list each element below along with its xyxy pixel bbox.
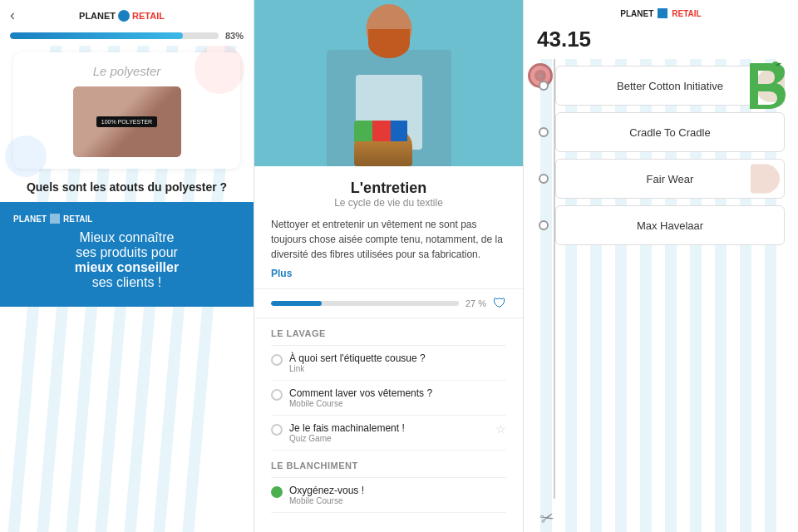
radio-oxygene[interactable]: [271, 486, 283, 498]
plus-link[interactable]: Plus: [271, 268, 292, 279]
shield-icon: 🛡: [493, 296, 506, 311]
blue-logo-retail: RETAIL: [63, 214, 92, 224]
item-type: Link: [289, 364, 506, 373]
section-lavage: LE LAVAGE: [271, 318, 506, 346]
logo-planet-text: PLANET: [79, 11, 116, 21]
course-info: L'entretien Le cycle de vie du textile N…: [254, 166, 523, 288]
tagline: Mieux connaître ses produits pour mieux …: [13, 230, 240, 290]
item-title: Je le fais machinalement !: [289, 422, 489, 434]
card-row: Fair Wear: [539, 159, 785, 199]
card-fair-wear[interactable]: Fair Wear: [555, 159, 785, 199]
timeline-dot: [539, 174, 549, 184]
p3-logo-retail: RETAIL: [672, 9, 701, 18]
item-laver: Comment laver vos vêtements ? Mobile Cou…: [289, 387, 506, 408]
blue-promo-section: PLANET RETAIL Mieux connaître ses produi…: [0, 202, 254, 307]
green-b-logo: [740, 59, 786, 116]
panel3-header: PLANET RETAIL: [524, 0, 798, 23]
item-oxygene: Oxygénez-vous ! Mobile Course: [289, 485, 506, 505]
course-content-scroll[interactable]: LE LAVAGE À quoi sert l'étiquette cousue…: [254, 318, 523, 532]
blue-section-logo: PLANET RETAIL: [13, 214, 240, 224]
radio-laver[interactable]: [271, 389, 283, 401]
panel3-content: Better Cotton Initiative Cradle To Cradl…: [524, 59, 798, 532]
radio-machinalement[interactable]: [271, 424, 283, 436]
polyester-question: Quels sont les atouts du polyester ?: [0, 169, 254, 202]
card-label: Cradle To Cradle: [629, 126, 710, 139]
card-row: Max Havelaar: [539, 205, 785, 245]
panel1-logo: PLANET RETAIL: [79, 10, 165, 22]
timeline-dot: [539, 127, 549, 137]
item-title: Oxygénez-vous !: [289, 485, 506, 496]
card-cradle[interactable]: Cradle To Cradle: [555, 112, 785, 152]
course-title: L'entretien: [271, 180, 506, 197]
score-display: 43.15: [524, 23, 798, 59]
item-title: À quoi sert l'étiquette cousue ?: [289, 352, 506, 364]
panel-1: ‹ PLANET RETAIL 83%: [0, 0, 254, 532]
list-item[interactable]: Je le fais machinalement ! Quiz Game ☆: [271, 416, 506, 451]
course-progress-row: 27 % 🛡: [254, 288, 523, 318]
course-progress-bar: [271, 301, 459, 306]
panel-3: PLANET RETAIL 43.15: [524, 0, 798, 532]
course-progress-fill: [271, 301, 322, 306]
timeline-dot: [539, 81, 549, 91]
progress-bar: [10, 32, 219, 39]
item-etiquette: À quoi sert l'étiquette cousue ? Link: [289, 352, 506, 373]
panel1-header: ‹ PLANET RETAIL: [0, 0, 254, 27]
blue-logo-planet: PLANET: [13, 214, 47, 224]
star-icon[interactable]: ☆: [495, 422, 506, 436]
hero-image: [254, 0, 523, 166]
course-subtitle: Le cycle de vie du textile: [271, 197, 506, 209]
item-title: Comment laver vos vêtements ?: [289, 387, 506, 399]
back-icon[interactable]: ‹: [10, 7, 15, 24]
tagline-line4: ses clients !: [13, 275, 240, 290]
timeline-dot: [539, 220, 549, 230]
list-item[interactable]: À quoi sert l'étiquette cousue ? Link: [271, 346, 506, 381]
panel-2: L'entretien Le cycle de vie du textile N…: [254, 0, 524, 532]
tagline-line2: ses produits pour: [13, 245, 240, 260]
course-progress-label: 27 %: [466, 298, 486, 308]
list-item[interactable]: Oxygénez-vous ! Mobile Course: [271, 478, 506, 513]
card-label: Better Cotton Initiative: [617, 80, 723, 92]
tagline-line1: Mieux connaître: [13, 230, 240, 245]
progress-bar-container: 83%: [0, 27, 254, 46]
course-description: Nettoyer et entretenir un vêtement ne so…: [271, 217, 506, 262]
item-type: Quiz Game: [289, 434, 489, 443]
card-label: Fair Wear: [647, 173, 694, 185]
progress-fill: [10, 32, 183, 39]
logo-retail-text: RETAIL: [132, 11, 165, 21]
fabric-label: 100% POLYESTER: [96, 116, 157, 127]
section-blanchiment: LE BLANCHIMENT: [271, 451, 506, 478]
item-type: Mobile Course: [289, 399, 506, 408]
card-row: Cradle To Cradle: [539, 112, 785, 152]
item-type: Mobile Course: [289, 496, 506, 505]
card-max-havelaar[interactable]: Max Havelaar: [555, 205, 785, 245]
progress-label: 83%: [225, 31, 244, 41]
item-machinalement: Je le fais machinalement ! Quiz Game: [289, 422, 489, 443]
list-item[interactable]: Comment laver vos vêtements ? Mobile Cou…: [271, 381, 506, 416]
panel3-logo: PLANET RETAIL: [620, 8, 701, 18]
tagline-line3: mieux conseiller: [13, 260, 240, 275]
p3-logo-planet: PLANET: [620, 9, 653, 18]
card-label: Max Havelaar: [637, 219, 703, 232]
globe-icon: [118, 10, 130, 22]
radio-etiquette[interactable]: [271, 354, 283, 366]
